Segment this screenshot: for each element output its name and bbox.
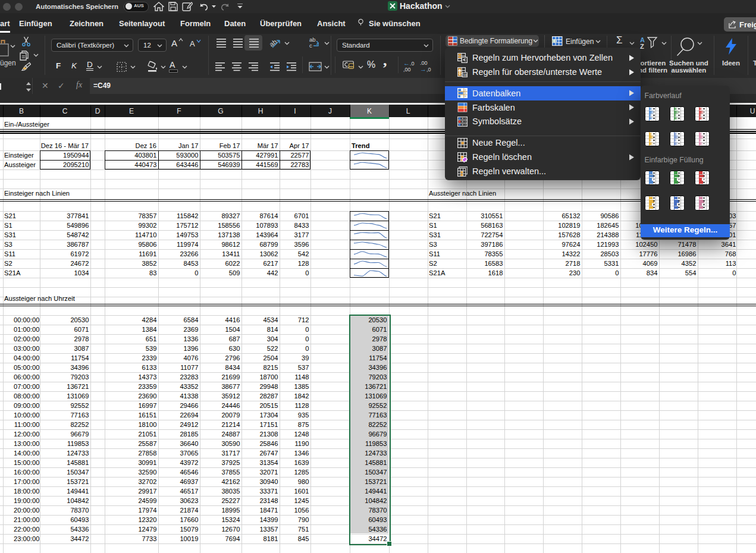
svg-text:10: 10: [463, 73, 467, 77]
svg-text:c: c: [309, 42, 312, 49]
